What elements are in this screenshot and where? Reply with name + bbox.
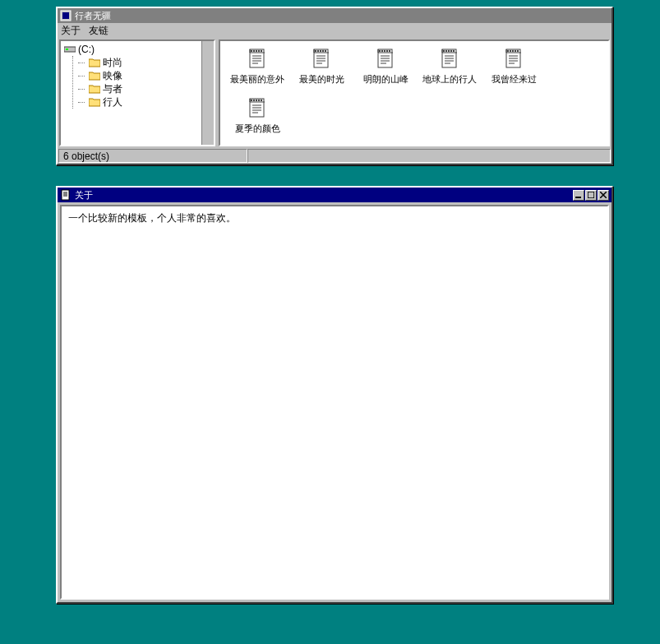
- svg-point-56: [253, 100, 255, 101]
- tree-pane[interactable]: (C:) 时尚 映像 与者 行人: [59, 39, 215, 146]
- svg-rect-1: [62, 12, 69, 19]
- about-titlebar[interactable]: 关于: [58, 188, 612, 202]
- folder-icon: [89, 84, 100, 94]
- svg-point-17: [320, 50, 321, 52]
- svg-point-36: [445, 50, 447, 52]
- tree-folder[interactable]: 映像: [78, 69, 210, 82]
- files-pane[interactable]: 最美丽的意外 最美的时光 明朗的山峰 地球上的行人 我曾经来过 夏季的颜色: [219, 39, 610, 146]
- svg-point-9: [261, 50, 262, 52]
- svg-point-5: [251, 50, 252, 52]
- svg-point-39: [453, 50, 455, 52]
- folder-icon: [89, 97, 100, 107]
- notepad-icon: [246, 48, 269, 71]
- file-item[interactable]: 地球上的行人: [418, 48, 482, 94]
- tree-scrollbar[interactable]: [201, 41, 214, 145]
- svg-point-25: [379, 50, 381, 52]
- menu-about[interactable]: 关于: [61, 24, 81, 38]
- svg-point-49: [517, 50, 519, 52]
- notepad-icon: [246, 97, 269, 120]
- file-item[interactable]: 夏季的颜色: [225, 97, 289, 143]
- svg-point-7: [256, 50, 257, 52]
- folder-icon: [89, 71, 100, 81]
- tree-folder-label: 时尚: [103, 56, 122, 70]
- svg-point-16: [317, 50, 319, 52]
- about-content: 一个比较新的模板，个人非常的喜欢。: [68, 212, 236, 224]
- app-icon: [60, 10, 72, 21]
- document-icon: [60, 189, 72, 201]
- svg-point-57: [256, 100, 257, 101]
- file-label: 最美的时光: [299, 74, 344, 84]
- svg-point-48: [515, 50, 516, 52]
- explorer-body: (C:) 时尚 映像 与者 行人: [58, 38, 612, 148]
- svg-rect-3: [66, 49, 68, 50]
- tree-children: 时尚 映像 与者 行人: [72, 56, 210, 109]
- svg-point-59: [261, 100, 262, 101]
- tree-root[interactable]: (C:): [64, 43, 210, 56]
- tree-folder[interactable]: 行人: [78, 95, 210, 109]
- svg-point-37: [448, 50, 450, 52]
- svg-point-15: [315, 50, 316, 52]
- svg-rect-69: [588, 192, 594, 198]
- about-body: 一个比较新的模板，个人非常的喜欢。: [58, 202, 612, 602]
- svg-point-55: [251, 100, 252, 101]
- svg-point-19: [325, 50, 326, 52]
- file-item[interactable]: 我曾经来过: [482, 48, 546, 94]
- file-label: 地球上的行人: [422, 74, 477, 84]
- tree-folder-label: 与者: [103, 82, 122, 96]
- svg-point-18: [322, 50, 324, 52]
- tree-folder-label: 映像: [103, 69, 122, 83]
- about-window: 关于 一个比较新的模板，个人非常的喜欢。: [56, 186, 613, 604]
- maximize-button[interactable]: [585, 190, 597, 201]
- svg-point-27: [384, 50, 385, 52]
- tree-root-label: (C:): [78, 44, 95, 55]
- notepad-icon: [502, 48, 525, 71]
- notepad-icon: [310, 48, 333, 71]
- file-label: 夏季的颜色: [235, 123, 280, 133]
- svg-point-38: [450, 50, 452, 52]
- menubar: 关于 友链: [58, 23, 612, 38]
- tree-folder[interactable]: 与者: [78, 82, 210, 95]
- about-textarea[interactable]: 一个比较新的模板，个人非常的喜欢。: [60, 205, 609, 600]
- notepad-icon: [374, 48, 397, 71]
- close-button[interactable]: [598, 190, 609, 201]
- menu-links[interactable]: 友链: [89, 24, 108, 38]
- svg-point-47: [512, 50, 514, 52]
- svg-point-58: [258, 100, 260, 101]
- about-title: 关于: [75, 189, 93, 202]
- file-item[interactable]: 最美丽的意外: [225, 48, 289, 94]
- minimize-button[interactable]: [573, 190, 584, 201]
- svg-point-35: [443, 50, 445, 52]
- svg-rect-64: [62, 190, 69, 200]
- svg-point-45: [507, 50, 509, 52]
- svg-point-28: [386, 50, 388, 52]
- file-item[interactable]: 最美的时光: [289, 48, 353, 94]
- tree-folder[interactable]: 时尚: [78, 56, 210, 69]
- file-label: 明朗的山峰: [363, 74, 408, 84]
- notepad-icon: [438, 48, 461, 71]
- svg-point-8: [258, 50, 260, 52]
- explorer-title: 行者无疆: [75, 10, 111, 22]
- svg-point-6: [253, 50, 255, 52]
- svg-point-26: [381, 50, 383, 52]
- explorer-titlebar[interactable]: 行者无疆: [58, 8, 612, 23]
- statusbar: 6 object(s): [58, 148, 612, 164]
- svg-point-46: [510, 50, 511, 52]
- drive-icon: [64, 44, 76, 54]
- status-blank: [247, 149, 611, 163]
- file-item[interactable]: 明朗的山峰: [353, 48, 418, 94]
- file-label: 我曾经来过: [492, 74, 537, 84]
- svg-rect-68: [575, 197, 581, 198]
- explorer-window: 行者无疆 关于 友链 (C:) 时尚 映像 与者: [56, 7, 613, 165]
- status-count: 6 object(s): [58, 149, 247, 163]
- tree-folder-label: 行人: [103, 95, 122, 109]
- file-label: 最美丽的意外: [230, 74, 284, 84]
- svg-point-29: [389, 50, 390, 52]
- folder-icon: [89, 58, 100, 67]
